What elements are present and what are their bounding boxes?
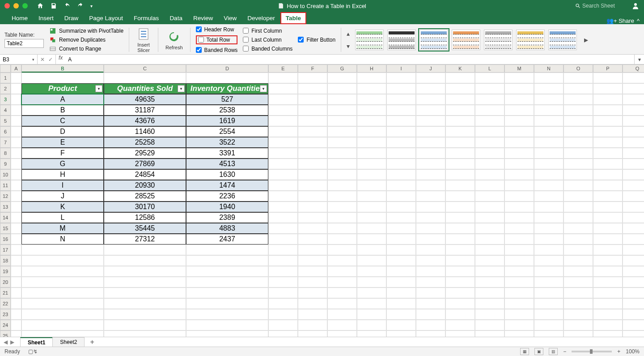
empty-cell[interactable]	[21, 298, 104, 309]
empty-cell[interactable]	[593, 73, 623, 83]
empty-cell[interactable]	[445, 191, 475, 202]
empty-cell[interactable]	[504, 180, 534, 191]
empty-cell[interactable]	[416, 116, 445, 126]
share-button[interactable]: 👥+ Share	[606, 17, 634, 24]
table-cell[interactable]: 29529	[104, 148, 186, 159]
empty-cell[interactable]	[504, 191, 534, 202]
convert-range-button[interactable]: Convert to Range	[49, 45, 123, 52]
empty-cell[interactable]	[416, 320, 445, 330]
empty-cell[interactable]	[357, 244, 386, 255]
column-header-H[interactable]: H	[357, 64, 386, 73]
tab-table[interactable]: Table	[280, 12, 306, 24]
table-cell[interactable]: 43676	[104, 116, 186, 126]
tab-home[interactable]: Home	[6, 12, 33, 24]
row-header-5[interactable]: 5	[0, 116, 11, 126]
empty-cell[interactable]	[357, 234, 386, 244]
empty-cell[interactable]	[386, 159, 416, 169]
empty-cell[interactable]	[327, 137, 357, 148]
table-style-3[interactable]	[452, 30, 480, 50]
empty-cell[interactable]	[386, 244, 416, 255]
empty-cell[interactable]	[327, 191, 357, 202]
empty-cell[interactable]	[416, 94, 445, 105]
empty-cell[interactable]	[298, 126, 327, 137]
empty-cell[interactable]	[504, 137, 534, 148]
name-box[interactable]: B3▾	[0, 55, 38, 64]
empty-cell[interactable]	[11, 298, 21, 309]
tab-view[interactable]: View	[218, 12, 242, 24]
row-header-13[interactable]: 13	[0, 202, 11, 212]
table-cell[interactable]: 2389	[186, 212, 268, 223]
filter-dropdown-icon[interactable]: ▼	[95, 85, 102, 92]
table-header-quantities-sold[interactable]: Quantities Sold▼	[104, 83, 186, 94]
empty-cell[interactable]	[386, 202, 416, 212]
empty-cell[interactable]	[298, 255, 327, 266]
table-style-1[interactable]	[387, 30, 416, 50]
empty-cell[interactable]	[416, 330, 445, 337]
empty-cell[interactable]	[268, 180, 298, 191]
empty-cell[interactable]	[593, 137, 623, 148]
empty-cell[interactable]	[564, 159, 593, 169]
empty-cell[interactable]	[11, 309, 21, 320]
tab-formulas[interactable]: Formulas	[128, 12, 164, 24]
row-header-14[interactable]: 14	[0, 212, 11, 223]
empty-cell[interactable]	[534, 320, 564, 330]
empty-cell[interactable]	[593, 159, 623, 169]
empty-cell[interactable]	[327, 330, 357, 337]
empty-cell[interactable]	[593, 277, 623, 287]
total-row-checkbox[interactable]: Total Row	[196, 35, 238, 44]
empty-cell[interactable]	[386, 126, 416, 137]
cancel-formula-icon[interactable]: ✕	[40, 56, 45, 63]
empty-cell[interactable]	[475, 116, 504, 126]
table-cell[interactable]: 25258	[104, 137, 186, 148]
column-header-A[interactable]: A	[11, 64, 21, 73]
empty-cell[interactable]	[11, 94, 21, 105]
empty-cell[interactable]	[504, 159, 534, 169]
empty-cell[interactable]	[416, 159, 445, 169]
empty-cell[interactable]	[593, 191, 623, 202]
empty-cell[interactable]	[593, 105, 623, 116]
table-style-5[interactable]	[516, 30, 545, 50]
table-cell[interactable]: B	[21, 105, 104, 116]
table-cell[interactable]: J	[21, 191, 104, 202]
empty-cell[interactable]	[268, 73, 298, 83]
empty-cell[interactable]	[504, 202, 534, 212]
formula-input[interactable]	[65, 55, 634, 64]
empty-cell[interactable]	[186, 309, 268, 320]
empty-cell[interactable]	[593, 212, 623, 223]
empty-cell[interactable]	[623, 94, 644, 105]
empty-cell[interactable]	[593, 169, 623, 180]
empty-cell[interactable]	[534, 266, 564, 277]
table-cell[interactable]: 28525	[104, 191, 186, 202]
empty-cell[interactable]	[268, 191, 298, 202]
empty-cell[interactable]	[104, 309, 186, 320]
empty-cell[interactable]	[327, 320, 357, 330]
empty-cell[interactable]	[623, 277, 644, 287]
empty-cell[interactable]	[504, 309, 534, 320]
empty-cell[interactable]	[564, 223, 593, 234]
empty-cell[interactable]	[21, 320, 104, 330]
empty-cell[interactable]	[11, 148, 21, 159]
undo-icon[interactable]	[64, 2, 71, 9]
empty-cell[interactable]	[534, 94, 564, 105]
empty-cell[interactable]	[268, 148, 298, 159]
empty-cell[interactable]	[564, 94, 593, 105]
empty-cell[interactable]	[268, 330, 298, 337]
empty-cell[interactable]	[357, 255, 386, 266]
sheet-nav-prev-icon[interactable]: ◀	[4, 339, 8, 345]
empty-cell[interactable]	[298, 320, 327, 330]
empty-cell[interactable]	[416, 180, 445, 191]
empty-cell[interactable]	[104, 73, 186, 83]
table-cell[interactable]: A	[21, 94, 104, 105]
account-icon[interactable]	[631, 2, 640, 10]
row-header-15[interactable]: 15	[0, 223, 11, 234]
empty-cell[interactable]	[534, 83, 564, 94]
empty-cell[interactable]	[593, 320, 623, 330]
empty-cell[interactable]	[11, 330, 21, 337]
empty-cell[interactable]	[298, 330, 327, 337]
empty-cell[interactable]	[386, 73, 416, 83]
empty-cell[interactable]	[475, 234, 504, 244]
empty-cell[interactable]	[21, 73, 104, 83]
empty-cell[interactable]	[623, 309, 644, 320]
empty-cell[interactable]	[268, 309, 298, 320]
ribbon-collapse-icon[interactable]: ^	[637, 17, 640, 24]
